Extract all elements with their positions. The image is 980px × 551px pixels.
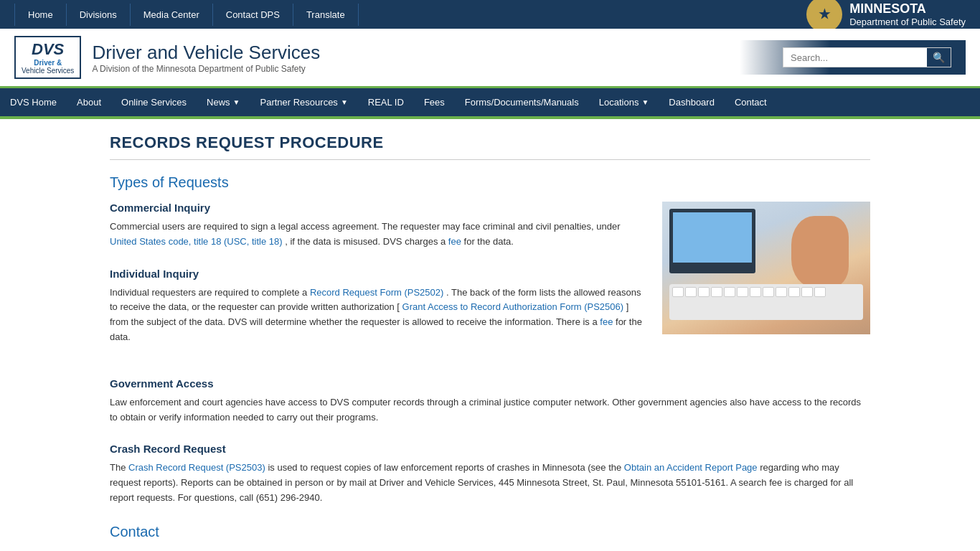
- individual-text-1: Individual requesters are required to co…: [110, 287, 310, 298]
- search-input[interactable]: [783, 49, 927, 67]
- top-nav-contact-dps[interactable]: Contact DPS: [213, 4, 293, 26]
- key: [750, 287, 761, 297]
- crash-text-1: The: [110, 462, 128, 473]
- dvs-site-title: Driver and Vehicle Services: [92, 42, 320, 64]
- mn-branding: ★ MINNESOTA Department of Public Safety: [806, 0, 966, 32]
- nav-partner-label: Partner Resources: [260, 97, 337, 108]
- nav-real-id[interactable]: REAL ID: [358, 88, 414, 116]
- nav-fees[interactable]: Fees: [414, 88, 455, 116]
- individual-inquiry-section: Individual Inquiry Individual requesters…: [110, 268, 648, 345]
- nav-about[interactable]: About: [67, 88, 111, 116]
- commercial-fee-link[interactable]: fee: [448, 236, 461, 247]
- accident-report-page-link[interactable]: Obtain an Accident Report Page: [624, 462, 758, 473]
- crash-record-text: The Crash Record Request (PS2503) is use…: [110, 461, 870, 505]
- individual-inquiry-text: Individual requesters are required to co…: [110, 286, 648, 345]
- main-nav: DVS Home About Online Services News ▼ Pa…: [0, 88, 980, 119]
- key: [724, 287, 735, 297]
- crash-record-section: Crash Record Request The Crash Record Re…: [110, 443, 870, 505]
- key: [788, 287, 800, 297]
- search-box: 🔍: [783, 47, 951, 67]
- government-access-section: Government Access Law enforcement and co…: [110, 377, 870, 425]
- nav-dashboard[interactable]: Dashboard: [659, 88, 725, 116]
- site-header: DVS Driver & Vehicle Services Driver and…: [0, 29, 980, 88]
- key: [711, 287, 722, 297]
- key: [814, 287, 826, 297]
- government-access-text: Law enforcement and court agencies have …: [110, 395, 870, 425]
- types-image-inner: [662, 202, 870, 334]
- usc-link[interactable]: United States code, title 18 (USC, title…: [110, 236, 283, 247]
- mn-dept-name: Department of Public Safety: [849, 17, 966, 27]
- key: [737, 287, 748, 297]
- dvs-logo-driver: Driver &: [34, 59, 62, 67]
- key: [801, 287, 813, 297]
- search-button[interactable]: 🔍: [927, 48, 951, 67]
- nav-partner-resources[interactable]: Partner Resources ▼: [250, 88, 357, 116]
- mn-state-name: MINNESOTA: [849, 1, 966, 17]
- commercial-text-1: Commercial users are required to sign a …: [110, 221, 621, 232]
- dvs-logo-acronym: DVS: [32, 40, 64, 59]
- individual-inquiry-title: Individual Inquiry: [110, 268, 648, 280]
- main-content: RECORDS REQUEST PROCEDURE Types of Reque…: [110, 133, 870, 551]
- commercial-inquiry-section: Commercial Inquiry Commercial users are …: [110, 202, 648, 250]
- types-text: Commercial Inquiry Commercial users are …: [110, 202, 648, 363]
- commercial-text-2: , if the data is misused. DVS charges a: [285, 236, 448, 247]
- top-nav-translate[interactable]: Translate: [293, 4, 359, 26]
- nav-forms[interactable]: Forms/Documents/Manuals: [455, 88, 589, 116]
- top-government-bar: Home Divisions Media Center Contact DPS …: [0, 0, 980, 29]
- header-left: DVS Driver & Vehicle Services Driver and…: [14, 36, 320, 79]
- nav-dvs-home[interactable]: DVS Home: [0, 88, 67, 116]
- nav-news[interactable]: News ▼: [197, 88, 250, 116]
- mn-text: MINNESOTA Department of Public Safety: [849, 1, 966, 27]
- nav-news-label: News: [207, 97, 230, 108]
- nav-locations[interactable]: Locations ▼: [589, 88, 659, 116]
- key: [763, 287, 774, 297]
- dvs-logo: DVS Driver & Vehicle Services: [14, 36, 81, 79]
- monitor-icon: [669, 209, 755, 273]
- government-access-title: Government Access: [110, 377, 870, 390]
- dvs-logo-box: DVS Driver & Vehicle Services: [14, 36, 81, 79]
- nav-news-dropdown-icon: ▼: [233, 98, 240, 106]
- nav-online-services[interactable]: Online Services: [111, 88, 197, 116]
- key: [698, 287, 710, 297]
- individual-fee-link[interactable]: fee: [600, 316, 613, 327]
- record-request-form-link[interactable]: Record Request Form (PS2502): [310, 287, 443, 298]
- mn-seal-icon: ★: [806, 0, 842, 32]
- top-nav-home[interactable]: Home: [14, 4, 67, 26]
- commercial-text-3: for the data.: [464, 236, 514, 247]
- top-nav-media-center[interactable]: Media Center: [131, 4, 213, 26]
- key: [672, 287, 684, 297]
- types-section-wrapper: Types of Requests Commercial Inquiry Com…: [110, 174, 870, 506]
- header-right: 🔍: [740, 40, 966, 75]
- key: [776, 287, 787, 297]
- content-wrapper: RECORDS REQUEST PROCEDURE Types of Reque…: [95, 119, 885, 551]
- nav-locations-label: Locations: [599, 97, 639, 108]
- hand-image: [791, 216, 849, 288]
- top-nav: Home Divisions Media Center Contact DPS …: [14, 4, 359, 26]
- key: [685, 287, 697, 297]
- dvs-site-subtitle: A Division of the Minnesota Department o…: [92, 64, 320, 74]
- commercial-inquiry-title: Commercial Inquiry: [110, 202, 648, 214]
- nav-locations-dropdown-icon: ▼: [641, 98, 649, 106]
- contact-section: Contact In Person Driver and Vehicle Ser…: [110, 524, 870, 551]
- crash-record-title: Crash Record Request: [110, 443, 870, 455]
- keyboard-image: [669, 284, 863, 320]
- types-heading: Types of Requests: [110, 174, 870, 191]
- nav-partner-dropdown-icon: ▼: [341, 98, 348, 106]
- grant-access-form-link[interactable]: Grant Access to Record Authorization For…: [402, 301, 624, 312]
- crash-text-2: is used to request copies of law enforce…: [268, 462, 623, 473]
- dvs-title-block: Driver and Vehicle Services A Division o…: [92, 42, 320, 74]
- nav-contact[interactable]: Contact: [725, 88, 777, 116]
- top-nav-divisions[interactable]: Divisions: [67, 4, 131, 26]
- monitor-screen: [673, 212, 752, 263]
- crash-record-form-link[interactable]: Crash Record Request (PS2503): [128, 462, 265, 473]
- contact-heading: Contact: [110, 524, 870, 540]
- commercial-inquiry-text: Commercial users are required to sign a …: [110, 220, 648, 250]
- types-content-row: Commercial Inquiry Commercial users are …: [110, 202, 870, 363]
- dvs-logo-vehicle: Vehicle Services: [22, 67, 74, 75]
- types-image: [662, 202, 870, 334]
- page-title: RECORDS REQUEST PROCEDURE: [110, 133, 870, 160]
